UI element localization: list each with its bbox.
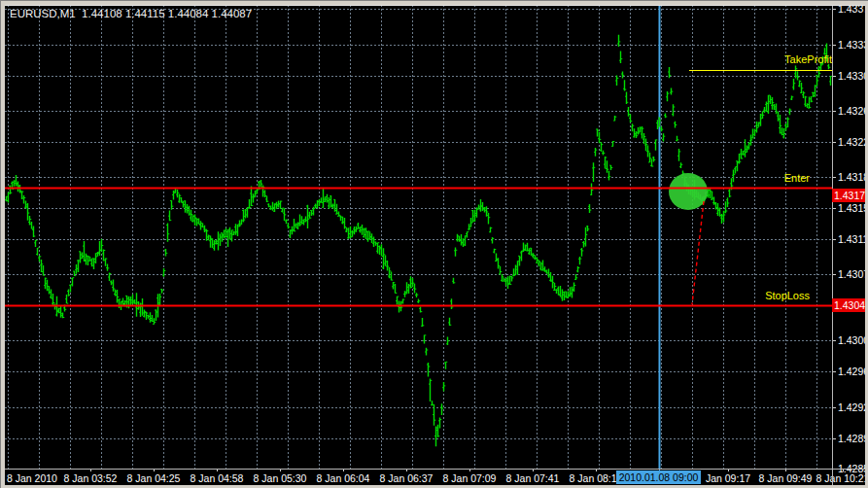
time-axis-label: 8 Jan 09:49 (759, 472, 813, 484)
time-axis[interactable]: 8 Jan 20108 Jan 03:528 Jan 04:258 Jan 04… (5, 5, 865, 485)
vline-date-tag: 2010.01.08 09:00 (616, 471, 701, 484)
stoploss-line-label[interactable]: StopLoss (765, 290, 810, 301)
enter-line-label[interactable]: Enter (784, 172, 810, 184)
chart-ohlc-title: EURUSD,M1 1.44108 1.44115 1.44084 1.4408… (10, 8, 252, 19)
stoploss-price-tag: 1.43040 (832, 298, 865, 312)
time-axis-label: 8 Jan 07:41 (506, 472, 560, 484)
time-axis-label: 8 Jan 06:04 (317, 472, 370, 484)
axis-separator-horizontal (5, 469, 865, 470)
axis-separator-vertical (832, 5, 833, 485)
time-axis-label: 8 Jan 08:13 (570, 472, 623, 484)
chart-window: EURUSD,M1 1.44108 1.44115 1.44084 1.4408… (0, 0, 868, 488)
time-axis-label: 8 Jan 04:58 (191, 472, 244, 484)
time-axis-label: 8 Jan 03:52 (64, 472, 118, 484)
time-axis-label: 8 Jan 04:25 (127, 472, 181, 484)
time-axis-label: 8 Jan 07:09 (443, 472, 497, 484)
time-axis-label: Jan 09:17 (706, 472, 750, 484)
time-axis-label: 8 Jan 05:30 (254, 472, 307, 484)
time-axis-label: 8 Jan 10:21 (816, 472, 865, 484)
chart-client: EURUSD,M1 1.44108 1.44115 1.44084 1.4408… (5, 5, 865, 485)
enter-price-tag: 1.43173 (832, 189, 865, 202)
window-inner-border (5, 5, 865, 6)
time-axis-label: 8 Jan 2010 (7, 472, 57, 484)
time-axis-label: 8 Jan 06:37 (380, 472, 434, 484)
takeprofit-line-label[interactable]: TakeProfit (784, 53, 832, 65)
